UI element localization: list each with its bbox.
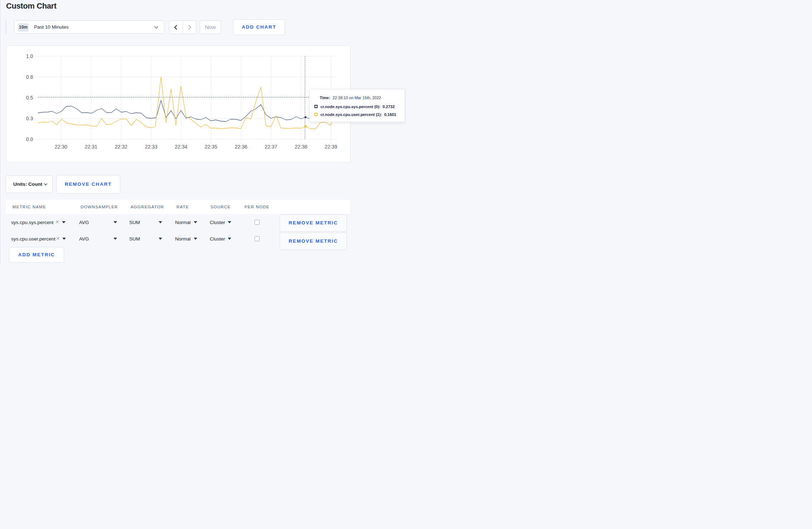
svg-text:0.3: 0.3: [26, 116, 33, 121]
svg-text:0.0: 0.0: [26, 136, 33, 142]
svg-text:22:37: 22:37: [265, 144, 277, 150]
svg-text:22:33: 22:33: [145, 144, 158, 150]
svg-text:22:32: 22:32: [115, 144, 127, 150]
svg-text:22:31: 22:31: [85, 144, 97, 150]
svg-text:0.5: 0.5: [26, 95, 33, 101]
svg-text:22:38: 22:38: [295, 144, 307, 150]
svg-text:0.8: 0.8: [26, 74, 33, 80]
svg-text:22:39: 22:39: [325, 144, 337, 150]
svg-text:22:34: 22:34: [175, 144, 187, 150]
svg-text:22:35: 22:35: [205, 144, 217, 150]
svg-text:22:36: 22:36: [235, 144, 247, 150]
svg-text:1.0: 1.0: [26, 53, 33, 59]
svg-text:22:30: 22:30: [55, 144, 67, 150]
